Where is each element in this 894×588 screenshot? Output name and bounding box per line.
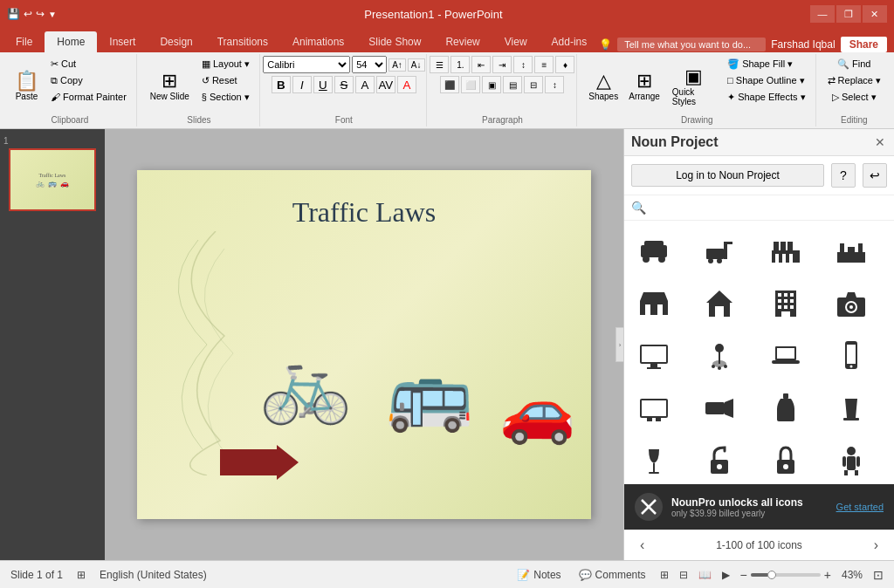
undo-icon[interactable]: ↩ bbox=[24, 8, 32, 20]
shapes-button[interactable]: △ Shapes bbox=[584, 61, 622, 112]
noun-icon-laptop[interactable] bbox=[763, 332, 808, 378]
tab-insert[interactable]: Insert bbox=[97, 31, 148, 52]
noun-icon-car[interactable] bbox=[631, 228, 677, 273]
view-normal-icon[interactable]: ⊞ bbox=[660, 569, 669, 581]
tab-slideshow[interactable]: Slide Show bbox=[356, 31, 433, 52]
replace-button[interactable]: ⇄ Replace ▾ bbox=[823, 72, 885, 88]
view-presentation-icon[interactable]: ▶ bbox=[722, 569, 730, 581]
slide-thumbnail[interactable]: Traffic Laws 🚲🚌🚗 bbox=[9, 148, 96, 211]
ribbon-search-input[interactable] bbox=[617, 38, 766, 51]
noun-icon-person[interactable] bbox=[829, 437, 874, 482]
noun-search-input[interactable] bbox=[650, 201, 887, 215]
zoom-out-icon[interactable]: − bbox=[740, 568, 747, 582]
noun-icon-house[interactable] bbox=[697, 280, 742, 325]
maximize-button[interactable]: ❐ bbox=[836, 5, 861, 23]
fit-slide-icon[interactable]: ⊡ bbox=[873, 568, 884, 582]
view-slide-sorter-icon[interactable]: ⊟ bbox=[679, 569, 688, 581]
tab-design[interactable]: Design bbox=[148, 31, 204, 52]
arrange-button[interactable]: ⊞ Arrange bbox=[624, 61, 664, 112]
noun-icon-shop[interactable] bbox=[631, 280, 677, 325]
format-painter-button[interactable]: 🖌 Format Painter bbox=[46, 89, 131, 105]
zoom-bar[interactable] bbox=[751, 573, 821, 577]
font-increase-button[interactable]: A↑ bbox=[389, 58, 406, 72]
line-spacing-button[interactable]: ↕ bbox=[545, 76, 564, 93]
shape-effects-button[interactable]: ✦ Shape Effects ▾ bbox=[723, 89, 809, 105]
slide-content-area[interactable]: Traffic Laws 🚲 🚌 🚗 bbox=[105, 129, 623, 560]
font-family-select[interactable]: Calibri bbox=[263, 56, 350, 73]
noun-icon-camera[interactable] bbox=[829, 280, 874, 325]
strikethrough-button[interactable]: S bbox=[334, 76, 354, 93]
cut-button[interactable]: ✂ Cut bbox=[46, 56, 131, 72]
paste-button[interactable]: 📋 Paste bbox=[9, 61, 45, 112]
noun-help-button[interactable]: ? bbox=[831, 163, 856, 188]
noun-icon-video-camera[interactable] bbox=[697, 385, 742, 430]
align-center-button[interactable]: ⬜ bbox=[461, 76, 480, 93]
noun-promo-link[interactable]: Get started bbox=[836, 502, 884, 512]
shape-fill-button[interactable]: 🪣 Shape Fill ▾ bbox=[723, 56, 809, 72]
tab-animations[interactable]: Animations bbox=[280, 31, 356, 52]
char-space-button[interactable]: AV bbox=[376, 76, 395, 93]
font-color-button[interactable]: A bbox=[397, 76, 416, 93]
share-button[interactable]: Share bbox=[841, 37, 887, 52]
zoom-slider[interactable]: − + bbox=[740, 568, 831, 582]
notes-tab[interactable]: 📝 Notes bbox=[513, 569, 564, 581]
redo-icon[interactable]: ↪ bbox=[36, 8, 45, 20]
italic-button[interactable]: I bbox=[292, 76, 312, 93]
noun-login-button[interactable]: Log in to Noun Project bbox=[631, 164, 824, 187]
noun-prev-button[interactable]: ‹ bbox=[635, 536, 650, 555]
noun-back-button[interactable]: ↩ bbox=[863, 163, 887, 188]
font-size-select[interactable]: 54 bbox=[352, 56, 387, 73]
indent-more-button[interactable]: ⇥ bbox=[492, 56, 512, 73]
noun-icon-factory2[interactable] bbox=[829, 228, 874, 273]
text-direction-button[interactable]: ↕ bbox=[513, 56, 533, 73]
tab-addins[interactable]: Add-ins bbox=[540, 31, 600, 52]
select-button[interactable]: ▷ Select ▾ bbox=[828, 89, 881, 105]
numbering-button[interactable]: 1. bbox=[450, 56, 470, 73]
shape-outline-button[interactable]: □ Shape Outline ▾ bbox=[723, 72, 809, 88]
noun-icon-bottle[interactable] bbox=[763, 385, 808, 430]
bold-button[interactable]: B bbox=[272, 76, 291, 93]
font-decrease-button[interactable]: A↓ bbox=[408, 58, 425, 72]
noun-icon-monitor[interactable] bbox=[631, 332, 677, 378]
noun-icon-cup[interactable] bbox=[829, 385, 874, 430]
align-text-button[interactable]: ≡ bbox=[534, 56, 554, 73]
minimize-button[interactable]: — bbox=[810, 5, 835, 23]
justify-button[interactable]: ▤ bbox=[503, 76, 522, 93]
underline-button[interactable]: U bbox=[313, 76, 333, 93]
copy-button[interactable]: ⧉ Copy bbox=[46, 72, 131, 88]
noun-icon-factory1[interactable] bbox=[763, 228, 808, 273]
noun-icon-wine-glass[interactable] bbox=[631, 437, 677, 482]
indent-less-button[interactable]: ⇤ bbox=[471, 56, 491, 73]
noun-icon-forklift[interactable] bbox=[697, 228, 742, 273]
noun-icon-building[interactable] bbox=[763, 280, 808, 325]
section-button[interactable]: § Section ▾ bbox=[197, 89, 254, 105]
noun-icon-shower[interactable] bbox=[697, 332, 742, 378]
align-left-button[interactable]: ⬛ bbox=[440, 76, 459, 93]
tab-home[interactable]: Home bbox=[45, 31, 97, 52]
quick-styles-button[interactable]: ▣ Quick Styles bbox=[666, 61, 721, 112]
noun-close-button[interactable]: ✕ bbox=[873, 135, 887, 149]
new-slide-button[interactable]: ⊞ New Slide bbox=[144, 61, 196, 112]
reset-button[interactable]: ↺ Reset bbox=[197, 72, 254, 88]
noun-icon-phone[interactable] bbox=[829, 332, 874, 378]
view-reading-icon[interactable]: 📖 bbox=[698, 569, 712, 581]
tab-file[interactable]: File bbox=[3, 31, 45, 52]
tab-view[interactable]: View bbox=[492, 31, 540, 52]
noun-icon-padlock-closed[interactable] bbox=[763, 437, 808, 482]
comments-tab[interactable]: 💬 Comments bbox=[575, 569, 650, 581]
smartart-button[interactable]: ♦ bbox=[555, 56, 574, 73]
noun-icon-padlock-open[interactable] bbox=[697, 437, 742, 482]
layout-button[interactable]: ▦ Layout ▾ bbox=[197, 56, 254, 72]
noun-icon-tv[interactable] bbox=[631, 385, 677, 430]
close-button[interactable]: ✕ bbox=[863, 5, 887, 23]
tab-review[interactable]: Review bbox=[433, 31, 492, 52]
col-button[interactable]: ⊟ bbox=[524, 76, 543, 93]
zoom-in-icon[interactable]: + bbox=[824, 568, 831, 582]
align-right-button[interactable]: ▣ bbox=[482, 76, 501, 93]
save-icon[interactable]: 💾 bbox=[7, 8, 20, 20]
find-button[interactable]: 🔍 Find bbox=[833, 56, 875, 72]
collapse-handle[interactable]: › bbox=[615, 327, 624, 362]
text-shadow-button[interactable]: A bbox=[355, 76, 375, 93]
customize-icon[interactable]: ▼ bbox=[48, 10, 57, 19]
noun-next-button[interactable]: › bbox=[869, 536, 884, 555]
